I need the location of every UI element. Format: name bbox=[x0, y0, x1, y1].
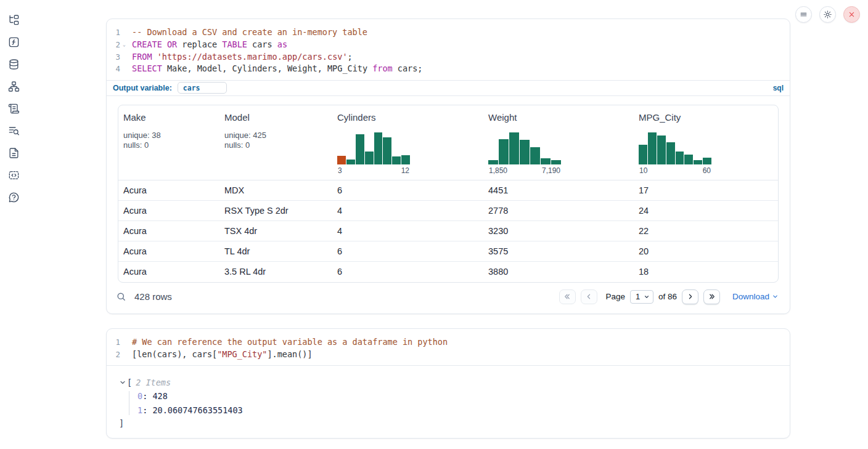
histogram-bar[interactable] bbox=[541, 158, 551, 164]
histogram-bar[interactable] bbox=[488, 160, 498, 164]
help-bubble-icon[interactable] bbox=[8, 192, 20, 203]
column-histogram: 1060 bbox=[639, 132, 711, 175]
column-name: Make bbox=[123, 112, 219, 123]
text-search-icon[interactable] bbox=[8, 125, 20, 137]
histogram-bar[interactable] bbox=[657, 136, 666, 164]
table-cell: TSX 4dr bbox=[219, 226, 332, 236]
line-number: 1 bbox=[110, 26, 120, 39]
code-text: -- Download a CSV and create an in-memor… bbox=[132, 26, 367, 39]
fold-gutter bbox=[120, 336, 128, 349]
column-name: Cylinders bbox=[337, 112, 483, 123]
table-cell: 3230 bbox=[483, 226, 634, 236]
result-table: Makeunique: 38nulls: 0Modelunique: 425nu… bbox=[118, 105, 779, 283]
table-cell: Acura bbox=[118, 206, 219, 216]
fold-gutter bbox=[120, 349, 128, 361]
code-line: 2⌄CREATE OR replace TABLE cars as bbox=[110, 39, 790, 51]
histogram-bar[interactable] bbox=[703, 158, 711, 164]
sql-cell: 1-- Download a CSV and create an in-memo… bbox=[106, 18, 790, 314]
table-row[interactable]: Acura3.5 RL 4dr6388018 bbox=[118, 262, 778, 282]
scroll-text-icon[interactable] bbox=[8, 103, 20, 115]
histogram-bar[interactable] bbox=[551, 160, 561, 164]
column-header-mpg_city[interactable]: MPG_City1060 bbox=[634, 105, 778, 180]
column-histogram: 312 bbox=[337, 132, 410, 175]
histogram-bar[interactable] bbox=[374, 132, 383, 164]
table-cell: 3880 bbox=[483, 267, 634, 277]
sidebar bbox=[0, 0, 27, 203]
histogram-bar[interactable] bbox=[337, 156, 346, 164]
code-line: 1-- Download a CSV and create an in-memo… bbox=[110, 26, 790, 39]
close-button[interactable] bbox=[843, 6, 860, 23]
download-label: Download bbox=[732, 292, 769, 301]
fold-gutter bbox=[120, 26, 128, 39]
histogram-bar[interactable] bbox=[392, 156, 401, 164]
topbar-actions bbox=[795, 6, 860, 23]
column-header-weight[interactable]: Weight1,8507,190 bbox=[483, 105, 634, 180]
code-text: [len(cars), cars["MPG_City"].mean()] bbox=[132, 349, 313, 361]
table-cell: 6 bbox=[332, 246, 483, 256]
page-select[interactable]: 1 bbox=[630, 290, 653, 304]
fold-gutter bbox=[120, 63, 128, 75]
table-cell: 4451 bbox=[483, 185, 634, 195]
histogram-bar[interactable] bbox=[356, 134, 364, 164]
close-bracket: ] bbox=[119, 418, 790, 428]
dependency-network-icon[interactable] bbox=[8, 81, 20, 92]
chevron-right-icon bbox=[686, 293, 694, 301]
table-cell: 4 bbox=[332, 226, 483, 236]
table-cell: 22 bbox=[634, 226, 778, 236]
collapse-chevron-icon[interactable] bbox=[119, 379, 126, 386]
file-tree-icon[interactable] bbox=[8, 14, 20, 26]
table-cell: 2778 bbox=[483, 206, 634, 216]
open-bracket: [ bbox=[127, 378, 132, 387]
file-text-icon[interactable] bbox=[8, 147, 20, 159]
list-item: 1: 20.060747663551403 bbox=[137, 405, 790, 415]
list-output: [ 2 Items 0: 4281: 20.060747663551403 ] bbox=[107, 365, 790, 439]
prev-page-button[interactable] bbox=[581, 289, 597, 304]
histogram-bar[interactable] bbox=[530, 147, 540, 164]
database-icon[interactable] bbox=[8, 59, 20, 70]
first-page-button[interactable] bbox=[559, 289, 576, 304]
column-header-model[interactable]: Modelunique: 425nulls: 0 bbox=[219, 105, 332, 180]
last-page-button[interactable] bbox=[703, 289, 720, 304]
search-icon[interactable] bbox=[116, 291, 126, 302]
function-square-icon[interactable] bbox=[8, 36, 20, 48]
histogram-bar[interactable] bbox=[509, 132, 519, 164]
table-row[interactable]: AcuraRSX Type S 2dr4277824 bbox=[118, 201, 778, 221]
histogram-bar[interactable] bbox=[401, 155, 410, 164]
table-cell: Acura bbox=[118, 226, 219, 236]
histogram-bar[interactable] bbox=[520, 140, 530, 164]
histogram-bar[interactable] bbox=[648, 132, 657, 164]
python-cell: 1# We can reference the output variable … bbox=[106, 328, 790, 439]
sql-code-editor[interactable]: 1-- Download a CSV and create an in-memo… bbox=[107, 19, 790, 80]
histogram-bar[interactable] bbox=[346, 160, 355, 164]
table-row[interactable]: AcuraTSX 4dr4323022 bbox=[118, 221, 778, 241]
histogram-bar[interactable] bbox=[383, 137, 391, 164]
python-code-editor[interactable]: 1# We can reference the output variable … bbox=[107, 329, 790, 365]
column-header-make[interactable]: Makeunique: 38nulls: 0 bbox=[118, 105, 219, 180]
code-line: 4SELECT Make, Model, Cylinders, Weight, … bbox=[110, 63, 790, 75]
table-row[interactable]: AcuraMDX6445117 bbox=[118, 180, 778, 201]
download-button[interactable]: Download bbox=[732, 292, 779, 301]
column-header-cylinders[interactable]: Cylinders312 bbox=[332, 105, 483, 180]
next-page-button[interactable] bbox=[682, 289, 698, 304]
settings-button[interactable] bbox=[819, 6, 836, 23]
table-row[interactable]: AcuraTL 4dr6357520 bbox=[118, 241, 778, 262]
histogram-bar[interactable] bbox=[694, 160, 702, 164]
code-snippet-icon[interactable] bbox=[8, 169, 20, 181]
histogram-bar[interactable] bbox=[676, 152, 684, 164]
table-cell: 6 bbox=[332, 267, 483, 277]
table-header: Makeunique: 38nulls: 0Modelunique: 425nu… bbox=[118, 105, 778, 180]
table-cell: Acura bbox=[118, 185, 219, 195]
histogram-bar[interactable] bbox=[684, 155, 693, 164]
output-variable-input[interactable] bbox=[178, 82, 227, 94]
language-badge[interactable]: sql bbox=[773, 84, 784, 92]
table-cell: 24 bbox=[634, 206, 778, 216]
code-text: CREATE OR replace TABLE cars as bbox=[132, 39, 287, 51]
line-number: 2 bbox=[110, 39, 120, 51]
histogram-bar[interactable] bbox=[499, 139, 509, 164]
histogram-bar[interactable] bbox=[639, 145, 647, 164]
fold-chevron-icon[interactable]: ⌄ bbox=[120, 39, 128, 51]
histogram-bar[interactable] bbox=[666, 142, 675, 164]
menu-button[interactable] bbox=[795, 6, 812, 23]
histogram-bar[interactable] bbox=[365, 152, 374, 164]
page-label: Page bbox=[605, 292, 625, 301]
